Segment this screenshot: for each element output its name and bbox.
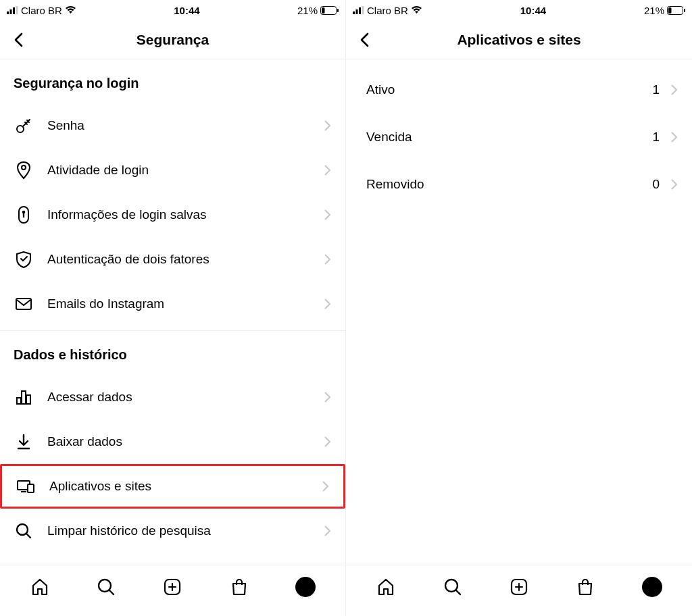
chevron-right-icon <box>322 255 332 264</box>
section-header-data-history: Dados e histórico <box>0 331 345 375</box>
battery-percent: 21% <box>297 5 318 16</box>
chevron-right-icon <box>322 392 332 402</box>
row-count: 1 <box>652 82 660 97</box>
signal-icon <box>7 6 18 14</box>
chevron-right-icon <box>322 210 332 220</box>
svg-rect-0 <box>7 11 9 14</box>
row-instagram-emails[interactable]: Emails do Instagram <box>0 282 345 326</box>
home-tab[interactable] <box>30 577 50 597</box>
create-tab[interactable] <box>509 577 529 597</box>
profile-tab[interactable] <box>642 577 662 597</box>
chevron-right-icon <box>669 132 678 142</box>
carrier-label: Claro BR <box>367 5 408 16</box>
shield-check-icon <box>14 249 34 270</box>
row-login-activity[interactable]: Atividade de login <box>0 148 345 192</box>
row-count: 1 <box>652 130 660 145</box>
home-tab[interactable] <box>376 577 396 597</box>
svg-rect-2 <box>13 7 15 14</box>
row-label: Removido <box>366 177 652 192</box>
row-label: Informações de login salvas <box>47 207 322 222</box>
battery-icon <box>667 6 685 15</box>
row-apps-and-websites[interactable]: Aplicativos e sites <box>0 464 345 509</box>
row-active[interactable]: Ativo 1 <box>346 66 692 113</box>
svg-rect-20 <box>356 9 358 14</box>
chevron-right-icon <box>322 299 332 309</box>
row-password[interactable]: Senha <box>0 103 345 148</box>
create-tab[interactable] <box>162 577 182 597</box>
battery-icon <box>320 6 339 15</box>
back-button[interactable] <box>9 30 28 49</box>
security-settings-list: Segurança no login Senha Atividade de lo… <box>0 59 345 565</box>
svg-rect-12 <box>22 391 26 404</box>
row-download-data[interactable]: Baixar dados <box>0 419 345 464</box>
svg-point-8 <box>22 165 26 170</box>
wifi-icon <box>411 6 422 14</box>
chevron-right-icon <box>669 85 678 95</box>
row-label: Autenticação de dois fatores <box>47 252 322 267</box>
back-button[interactable] <box>355 30 374 49</box>
row-label: Emails do Instagram <box>47 297 322 311</box>
svg-rect-24 <box>684 9 685 12</box>
svg-rect-13 <box>26 395 30 404</box>
download-icon <box>14 432 34 452</box>
row-expired[interactable]: Vencida 1 <box>346 113 692 161</box>
page-header: Aplicativos e sites <box>346 20 692 59</box>
bar-chart-icon <box>14 387 34 407</box>
devices-icon <box>16 476 36 496</box>
svg-rect-5 <box>337 9 339 12</box>
chevron-right-icon <box>322 121 332 130</box>
row-saved-login-info[interactable]: Informações de login salvas <box>0 192 345 237</box>
location-pin-icon <box>14 160 34 180</box>
row-clear-search-history[interactable]: Limpar histórico de pesquisa <box>0 509 345 553</box>
row-count: 0 <box>652 177 660 192</box>
time-label: 10:44 <box>174 5 199 16</box>
left-phone: Claro BR 10:44 21% Segurança Seg <box>0 0 346 616</box>
page-header: Segurança <box>0 20 345 59</box>
chevron-right-icon <box>322 165 332 175</box>
page-title: Segurança <box>137 32 209 48</box>
mail-icon <box>14 294 34 314</box>
row-label: Limpar histórico de pesquisa <box>47 523 322 538</box>
search-tab[interactable] <box>96 577 116 597</box>
chevron-right-icon <box>320 482 330 491</box>
bottom-tab-bar <box>0 565 345 616</box>
svg-rect-10 <box>16 299 31 309</box>
svg-rect-3 <box>16 6 18 14</box>
chevron-right-icon <box>669 180 678 189</box>
shop-tab[interactable] <box>575 577 595 597</box>
wifi-icon <box>65 6 76 14</box>
svg-rect-22 <box>362 6 364 14</box>
row-access-data[interactable]: Acessar dados <box>0 375 345 419</box>
svg-rect-6 <box>322 7 325 14</box>
row-label: Acessar dados <box>47 390 322 405</box>
svg-rect-21 <box>359 7 361 14</box>
row-two-factor-auth[interactable]: Autenticação de dois fatores <box>0 237 345 282</box>
row-label: Vencida <box>366 130 652 145</box>
chevron-right-icon <box>322 437 332 446</box>
row-label: Baixar dados <box>47 434 322 449</box>
search-tab[interactable] <box>443 577 463 597</box>
apps-sites-list: Ativo 1 Vencida 1 Removido 0 <box>346 59 692 565</box>
keyhole-icon <box>14 205 34 225</box>
signal-icon <box>353 6 364 14</box>
bottom-tab-bar <box>346 565 692 616</box>
svg-rect-19 <box>353 11 355 14</box>
shop-tab[interactable] <box>229 577 249 597</box>
row-label: Senha <box>47 118 322 133</box>
svg-rect-25 <box>668 7 672 14</box>
status-bar: Claro BR 10:44 21% <box>346 0 692 20</box>
svg-rect-15 <box>28 484 34 492</box>
row-label: Atividade de login <box>47 163 322 178</box>
status-bar: Claro BR 10:44 21% <box>0 0 345 20</box>
carrier-label: Claro BR <box>21 5 62 16</box>
svg-point-9 <box>22 211 26 214</box>
svg-rect-11 <box>17 398 21 404</box>
row-label: Aplicativos e sites <box>49 479 320 494</box>
avatar <box>295 577 316 597</box>
row-label: Ativo <box>366 82 652 97</box>
row-removed[interactable]: Removido 0 <box>346 161 692 208</box>
profile-tab[interactable] <box>295 577 316 597</box>
svg-rect-1 <box>10 9 12 14</box>
time-label: 10:44 <box>520 5 546 16</box>
chevron-right-icon <box>322 526 332 536</box>
